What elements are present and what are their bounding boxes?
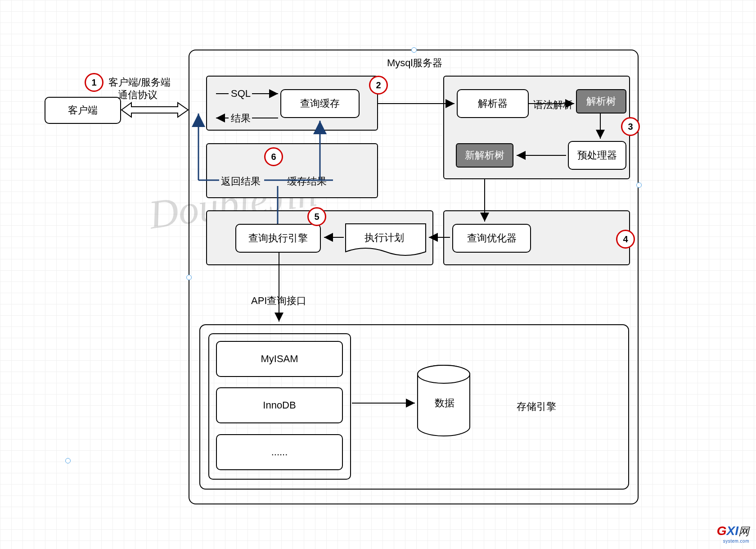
step-5-badge: 5 <box>307 207 326 226</box>
return-result-label: 返回结果 <box>221 175 261 188</box>
footer-logo-g: G <box>717 524 727 538</box>
exec-plan-label: 执行计划 <box>364 231 404 245</box>
handle-icon <box>411 47 417 53</box>
server-title: Mysql服务器 <box>387 56 442 70</box>
cache-result-label: 缓存结果 <box>287 175 327 188</box>
grammar-parse-label: 语法解析 <box>533 98 573 112</box>
footer-logo: GXI网 system.com <box>717 524 749 544</box>
footer-logo-sub: system.com <box>717 539 749 544</box>
data-label: 数据 <box>435 396 454 410</box>
step-1-badge: 1 <box>85 73 104 92</box>
protocol-label-1: 客户端/服务端 <box>108 76 171 89</box>
step-6-badge: 6 <box>264 147 283 166</box>
protocol-label-2: 通信协议 <box>118 88 158 102</box>
handle-icon <box>636 182 642 188</box>
api-interface-label: API查询接口 <box>251 294 306 308</box>
storage-engine-label: 存储引擎 <box>517 400 556 413</box>
footer-logo-xi: XI <box>727 524 738 538</box>
step-2-badge: 2 <box>369 76 388 95</box>
sql-label: SQL <box>231 88 251 100</box>
step-3-badge: 3 <box>621 117 640 136</box>
handle-icon <box>65 458 71 463</box>
step-4-badge: 4 <box>616 230 635 249</box>
result-label: 结果 <box>231 112 251 125</box>
footer-logo-wang: 网 <box>738 525 749 537</box>
handle-icon <box>186 275 192 280</box>
svg-point-1 <box>418 365 470 383</box>
